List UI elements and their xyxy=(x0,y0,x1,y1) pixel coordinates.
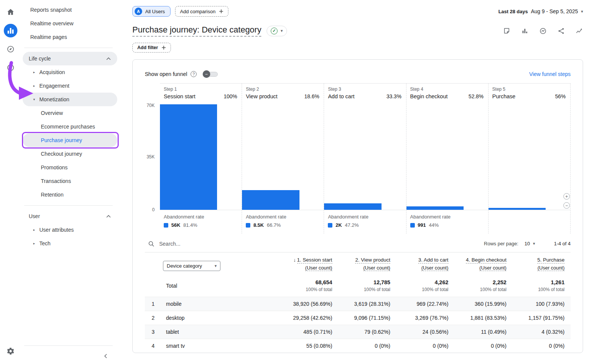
abandonment-cell-empty xyxy=(489,210,570,234)
total-cell: 4,262 100% of total xyxy=(396,279,455,292)
step-name: Add to cart xyxy=(328,93,354,99)
insights-icon[interactable] xyxy=(539,27,547,35)
triangle-right-icon: ▸ xyxy=(31,242,39,245)
row-index: 2 xyxy=(145,315,163,321)
caret-down-icon: ▾ xyxy=(281,29,283,33)
trendline-icon[interactable] xyxy=(576,27,583,35)
sidebar-section-life-cycle[interactable]: Life cycle xyxy=(23,52,117,65)
step-number-label: Step 4 xyxy=(410,87,484,92)
dimension-select[interactable]: Device category ▾ xyxy=(163,261,220,271)
funnel-bar[interactable] xyxy=(324,203,381,210)
open-funnel-toggle[interactable]: − xyxy=(203,70,218,78)
table-row: 2 desktop 29,258 (42.62%) 9,096 (71.15%)… xyxy=(145,311,571,325)
abandonment-rate: 47.2% xyxy=(345,222,359,228)
row-value: 0 (0%) xyxy=(455,343,513,349)
sidebar-item-monetization[interactable]: ▾ Monetization xyxy=(23,93,117,106)
share-icon[interactable] xyxy=(557,27,565,35)
funnel-bar[interactable] xyxy=(406,206,464,210)
column-title: 2. View product xyxy=(355,257,390,263)
sidebar-item-retention[interactable]: Retention xyxy=(23,188,117,201)
home-icon[interactable] xyxy=(4,5,17,19)
rows-per-page-value: 10 xyxy=(524,241,530,246)
abandonment-label: Abandonment rate xyxy=(164,214,238,220)
funnel-step-column: Step 4 Begin checkout 52.8% Abandonment … xyxy=(406,84,489,234)
help-icon[interactable]: ? xyxy=(191,71,197,77)
reports-icon[interactable] xyxy=(4,24,17,37)
zoom-in-icon[interactable]: + xyxy=(563,193,570,200)
date-preset-label: Last 28 days xyxy=(498,9,528,14)
all-users-chip[interactable]: A All Users xyxy=(132,6,171,17)
comparison-bar: A All Users Add comparison Last 28 days … xyxy=(132,6,583,17)
sidebar-item-acquisition[interactable]: ▸ Acquisition xyxy=(23,65,117,79)
column-header-add-to-cart[interactable]: 3. Add to cart (User count) xyxy=(396,257,455,271)
bar-chart-icon[interactable] xyxy=(521,27,529,35)
column-subtitle: (User count) xyxy=(421,265,448,271)
column-header-session-start[interactable]: ↓1. Session start (User count) xyxy=(280,257,338,271)
funnel-bar[interactable] xyxy=(242,190,299,210)
add-comparison-button[interactable]: Add comparison xyxy=(175,6,228,17)
sidebar-divider xyxy=(24,48,113,48)
audience-avatar: A xyxy=(135,8,142,15)
column-header-begin-checkout[interactable]: 4. Begin checkout (User count) xyxy=(455,257,513,271)
row-dimension: tablet xyxy=(163,329,280,335)
sidebar-item-reports-snapshot[interactable]: Reports snapshot xyxy=(23,3,117,17)
zoom-out-icon[interactable]: − xyxy=(563,202,570,209)
legend-square-icon xyxy=(246,223,250,228)
funnel-table: Rows per page: 10 ▾ 1-4 of 4 Device cate… xyxy=(145,235,571,353)
funnel-bar[interactable] xyxy=(489,208,546,210)
add-filter-button[interactable]: Add filter xyxy=(132,43,171,53)
data-quality-badge[interactable]: ✓ ▾ xyxy=(267,26,287,36)
note-icon[interactable] xyxy=(503,27,510,35)
sidebar-item-label: Engagement xyxy=(39,83,69,89)
explore-icon[interactable] xyxy=(4,42,17,56)
column-subtitle: (User count) xyxy=(363,265,391,271)
funnel-bar[interactable] xyxy=(160,104,217,210)
funnel-columns: Step 1 Session start 100% Abandonment ra… xyxy=(160,83,571,234)
column-header-view-product[interactable]: 2. View product (User count) xyxy=(338,257,397,271)
caret-down-icon: ▾ xyxy=(214,264,217,268)
table-header-row: Device category ▾ ↓1. Session start (Use… xyxy=(145,252,571,275)
caret-down-icon: ▾ xyxy=(533,242,535,246)
sidebar-section-user[interactable]: User xyxy=(23,209,117,223)
total-cell: 12,785 100% of total xyxy=(338,279,397,292)
funnel-step-column: Step 3 Add to cart 33.3% Abandonment rat… xyxy=(324,84,406,234)
sidebar-item-label: Monetization xyxy=(39,96,69,102)
column-header-purchase[interactable]: 5. Purchase (User count) xyxy=(512,257,571,271)
step-completion-rate: 18.6% xyxy=(304,93,320,99)
y-axis: 70K 35K 0 xyxy=(145,102,158,210)
y-tick: 0 xyxy=(152,207,155,212)
sidebar-item-engagement[interactable]: ▸ Engagement xyxy=(23,79,117,93)
add-filter-label: Add filter xyxy=(137,45,158,50)
view-funnel-steps-link[interactable]: View funnel steps xyxy=(529,71,571,77)
bar-area xyxy=(160,102,242,210)
show-open-funnel-label: Show open funnel xyxy=(145,71,187,77)
total-subtext: 100% of total xyxy=(512,287,565,292)
advertising-icon[interactable] xyxy=(4,61,17,74)
legend-square-icon xyxy=(410,223,415,228)
sidebar-item-transactions[interactable]: Transactions xyxy=(23,174,117,188)
sidebar-item-checkout-journey[interactable]: Checkout journey xyxy=(23,147,117,161)
legend-square-icon xyxy=(328,223,332,228)
settings-gear-icon[interactable] xyxy=(4,344,17,358)
funnel-card: Show open funnel ? − View funnel steps 7… xyxy=(132,59,583,353)
row-value: 969 (22.74%) xyxy=(396,301,455,307)
search-input[interactable] xyxy=(159,241,280,247)
column-title: 3. Add to cart xyxy=(418,257,448,263)
sidebar-item-tech[interactable]: ▸ Tech xyxy=(23,237,117,250)
collapse-sidebar-icon[interactable] xyxy=(104,353,107,359)
date-range-selector[interactable]: Last 28 days Aug 9 - Sep 5, 2025 ▾ xyxy=(498,8,583,14)
row-value: 79 (0.62%) xyxy=(338,329,397,335)
sidebar-item-promotions[interactable]: Promotions xyxy=(23,161,117,174)
row-value: 29,258 (42.62%) xyxy=(280,315,338,321)
sidebar-item-purchase-journey[interactable]: Purchase journey xyxy=(23,133,117,147)
sidebar-item-realtime-pages[interactable]: Realtime pages xyxy=(23,30,117,44)
sidebar-item-realtime-overview[interactable]: Realtime overview xyxy=(23,17,117,30)
sidebar-item-ecommerce-purchases[interactable]: Ecommerce purchases xyxy=(23,120,117,133)
page-title[interactable]: Purchase journey: Device category xyxy=(132,25,261,37)
rows-per-page-select[interactable]: 10 ▾ xyxy=(522,241,537,246)
column-subtitle: (User count) xyxy=(305,265,332,271)
audience-chip-label: All Users xyxy=(145,9,165,14)
sidebar-item-overview[interactable]: Overview xyxy=(23,106,117,120)
triangle-down-icon: ▾ xyxy=(31,98,39,101)
sidebar-item-user-attributes[interactable]: ▸ User attributes xyxy=(23,223,117,237)
